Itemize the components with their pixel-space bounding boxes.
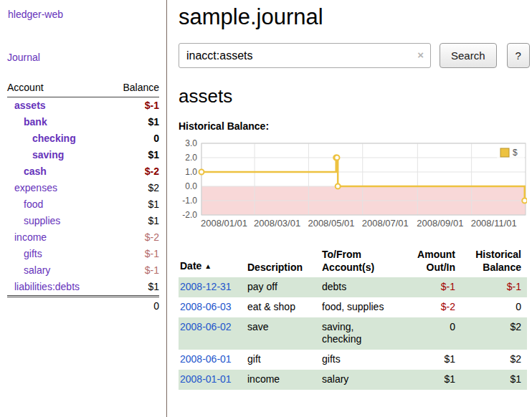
account-link-gifts[interactable]: gifts (24, 248, 42, 259)
account-link-checking[interactable]: checking (32, 133, 76, 144)
svg-text:2008/03/01: 2008/03/01 (254, 218, 300, 229)
account-balance: $-1 (108, 97, 159, 115)
account-row: salary $-1 (7, 262, 159, 279)
table-row: 2008-06-03 eat & shop food, supplies $-2… (179, 297, 527, 317)
transaction-balance: $2 (461, 317, 527, 350)
account-link-income[interactable]: income (14, 231, 47, 243)
sidebar-item-journal[interactable]: Journal (7, 52, 40, 63)
search-button[interactable]: Search (440, 43, 497, 68)
svg-text:2008/05/01: 2008/05/01 (308, 218, 354, 229)
svg-text:2008/01/01: 2008/01/01 (201, 218, 247, 229)
svg-text:2008/11/01: 2008/11/01 (471, 218, 517, 229)
search-input[interactable] (179, 43, 431, 68)
transaction-description: gift (246, 350, 320, 370)
account-link-expenses[interactable]: expenses (14, 182, 57, 193)
account-balance: $-1 (108, 246, 159, 262)
account-row: supplies $1 (7, 213, 159, 229)
register-header-row: Date ▲ Description To/From Account(s) Am… (179, 246, 527, 277)
accounts-total-row: 0 (7, 297, 159, 315)
transaction-accounts: gifts (320, 350, 401, 370)
account-row: checking 0 (7, 130, 159, 147)
account-link-bank[interactable]: bank (24, 116, 47, 128)
transaction-balance: $2 (461, 350, 527, 370)
col-date[interactable]: Date ▲ (179, 246, 246, 277)
account-link-supplies[interactable]: supplies (24, 215, 60, 226)
transaction-date-link[interactable]: 2008-06-01 (180, 353, 232, 365)
account-link-liabilities-debts[interactable]: liabilities:debts (14, 281, 80, 292)
account-row: gifts $-1 (7, 246, 159, 262)
account-balance: $1 (108, 279, 159, 297)
account-balance: $-1 (108, 262, 159, 279)
transaction-amount: $1 (401, 350, 461, 370)
accounts-col-account: Account (7, 80, 108, 97)
col-amount: Amount Out/In (401, 246, 461, 277)
transaction-amount: $-1 (401, 277, 461, 297)
table-row: 2008-06-02 save saving, checking 0 $2 (179, 317, 527, 350)
account-link-assets[interactable]: assets (14, 100, 46, 111)
transaction-description: save (246, 317, 320, 350)
transaction-description: income (246, 370, 320, 390)
account-balance: $1 (108, 114, 159, 130)
account-row: assets $-1 (7, 97, 159, 115)
help-button[interactable]: ? (507, 43, 530, 68)
main-content: sample.journal × Search ? assets Histori… (167, 0, 532, 417)
page: hledger-web Journal Account Balance asse… (0, 0, 532, 417)
transaction-amount: $1 (401, 370, 461, 390)
transaction-accounts: food, supplies (320, 297, 401, 317)
svg-text:0.0: 0.0 (185, 181, 197, 191)
transaction-balance: 0 (461, 297, 527, 317)
page-title: sample.journal (179, 4, 530, 30)
transaction-amount: 0 (401, 317, 461, 350)
chart-title: Historical Balance: (179, 120, 530, 132)
svg-text:$: $ (513, 148, 518, 158)
account-balance: $2 (108, 180, 159, 196)
transaction-date-link[interactable]: 2008-01-01 (180, 373, 232, 385)
transaction-date-link[interactable]: 2008-12-31 (180, 281, 232, 292)
account-link-salary[interactable]: salary (24, 264, 50, 276)
col-description: Description (246, 246, 320, 277)
col-date-label: Date (180, 260, 201, 272)
transaction-amount: $-2 (401, 297, 461, 317)
account-balance: $1 (108, 213, 159, 229)
account-link-food[interactable]: food (24, 198, 43, 210)
account-balance: 0 (108, 130, 159, 147)
account-balance: $1 (108, 147, 159, 163)
table-row: 2008-06-01 gift gifts $1 $2 (179, 350, 527, 370)
svg-text:2008/07/01: 2008/07/01 (362, 218, 409, 229)
search-box: × (179, 43, 431, 68)
account-link-cash[interactable]: cash (24, 166, 47, 177)
account-heading: assets (179, 85, 530, 107)
svg-text:-1.0: -1.0 (182, 196, 197, 206)
accounts-total: 0 (108, 297, 159, 315)
svg-text:-2.0: -2.0 (182, 210, 197, 220)
search-form: × Search ? (179, 43, 530, 68)
col-account: To/From Account(s) (320, 246, 401, 277)
accounts-col-balance: Balance (108, 80, 159, 97)
svg-text:1.0: 1.0 (185, 167, 197, 177)
sidebar-nav: Journal (7, 52, 159, 63)
transaction-description: pay off (246, 277, 320, 297)
app-brand-link[interactable]: hledger-web (8, 9, 63, 20)
account-row: expenses $2 (7, 180, 159, 196)
account-link-saving[interactable]: saving (32, 149, 64, 160)
transaction-accounts: saving, checking (320, 317, 401, 350)
svg-text:3.0: 3.0 (185, 138, 197, 148)
transaction-accounts: debts (320, 277, 401, 297)
register-table: Date ▲ Description To/From Account(s) Am… (179, 246, 527, 390)
account-balance: $-2 (108, 163, 159, 180)
account-row: income $-2 (7, 229, 159, 246)
transaction-date-link[interactable]: 2008-06-02 (180, 321, 232, 332)
svg-text:2008/09/01: 2008/09/01 (417, 218, 463, 229)
clear-search-icon[interactable]: × (417, 49, 424, 61)
transaction-description: eat & shop (246, 297, 320, 317)
transaction-date-link[interactable]: 2008-06-03 (180, 301, 232, 312)
svg-text:2.0: 2.0 (185, 153, 197, 163)
transaction-balance: $1 (461, 370, 527, 390)
account-row: cash $-2 (7, 163, 159, 180)
sidebar: hledger-web Journal Account Balance asse… (0, 0, 167, 417)
table-row: 2008-12-31 pay off debts $-1 $-1 (179, 277, 527, 297)
transaction-balance: $-1 (461, 277, 527, 297)
col-balance: Historical Balance (461, 246, 527, 277)
accounts-header-row: Account Balance (7, 80, 159, 97)
account-row: food $1 (7, 196, 159, 213)
